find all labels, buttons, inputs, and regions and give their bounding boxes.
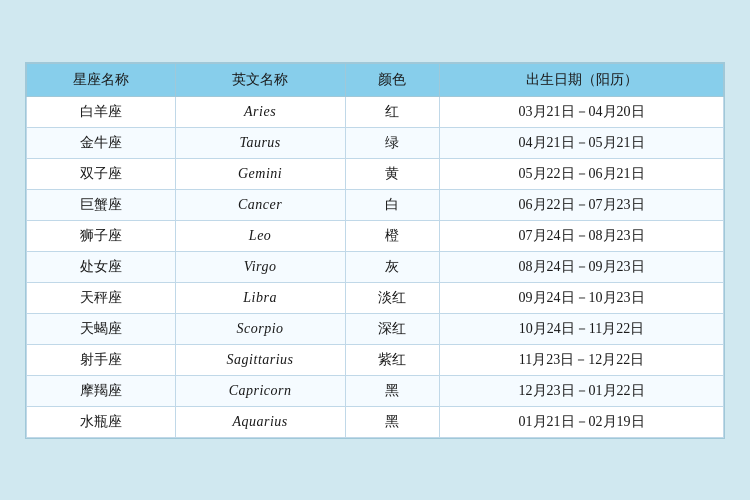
cell-english-name: Gemini xyxy=(175,158,345,189)
cell-dates: 08月24日－09月23日 xyxy=(440,251,724,282)
cell-color: 红 xyxy=(345,96,440,127)
cell-color: 黄 xyxy=(345,158,440,189)
table-header-row: 星座名称 英文名称 颜色 出生日期（阳历） xyxy=(27,63,724,96)
table-row: 处女座Virgo灰08月24日－09月23日 xyxy=(27,251,724,282)
cell-dates: 11月23日－12月22日 xyxy=(440,344,724,375)
cell-dates: 09月24日－10月23日 xyxy=(440,282,724,313)
cell-dates: 10月24日－11月22日 xyxy=(440,313,724,344)
header-chinese-name: 星座名称 xyxy=(27,63,176,96)
cell-chinese-name: 巨蟹座 xyxy=(27,189,176,220)
cell-color: 紫红 xyxy=(345,344,440,375)
cell-color: 黑 xyxy=(345,406,440,437)
cell-chinese-name: 天秤座 xyxy=(27,282,176,313)
table-row: 天秤座Libra淡红09月24日－10月23日 xyxy=(27,282,724,313)
cell-chinese-name: 狮子座 xyxy=(27,220,176,251)
cell-english-name: Virgo xyxy=(175,251,345,282)
cell-english-name: Capricorn xyxy=(175,375,345,406)
zodiac-table-container: 星座名称 英文名称 颜色 出生日期（阳历） 白羊座Aries红03月21日－04… xyxy=(25,62,725,439)
table-row: 摩羯座Capricorn黑12月23日－01月22日 xyxy=(27,375,724,406)
zodiac-table: 星座名称 英文名称 颜色 出生日期（阳历） 白羊座Aries红03月21日－04… xyxy=(26,63,724,438)
cell-english-name: Cancer xyxy=(175,189,345,220)
header-dates: 出生日期（阳历） xyxy=(440,63,724,96)
cell-chinese-name: 水瓶座 xyxy=(27,406,176,437)
header-english-name: 英文名称 xyxy=(175,63,345,96)
table-row: 天蝎座Scorpio深红10月24日－11月22日 xyxy=(27,313,724,344)
cell-chinese-name: 天蝎座 xyxy=(27,313,176,344)
cell-chinese-name: 摩羯座 xyxy=(27,375,176,406)
cell-dates: 03月21日－04月20日 xyxy=(440,96,724,127)
cell-chinese-name: 双子座 xyxy=(27,158,176,189)
cell-english-name: Libra xyxy=(175,282,345,313)
table-row: 狮子座Leo橙07月24日－08月23日 xyxy=(27,220,724,251)
cell-english-name: Aquarius xyxy=(175,406,345,437)
cell-color: 绿 xyxy=(345,127,440,158)
cell-english-name: Leo xyxy=(175,220,345,251)
cell-dates: 01月21日－02月19日 xyxy=(440,406,724,437)
cell-color: 灰 xyxy=(345,251,440,282)
cell-dates: 06月22日－07月23日 xyxy=(440,189,724,220)
table-body: 白羊座Aries红03月21日－04月20日金牛座Taurus绿04月21日－0… xyxy=(27,96,724,437)
cell-english-name: Taurus xyxy=(175,127,345,158)
table-row: 金牛座Taurus绿04月21日－05月21日 xyxy=(27,127,724,158)
cell-english-name: Sagittarius xyxy=(175,344,345,375)
cell-dates: 04月21日－05月21日 xyxy=(440,127,724,158)
header-color: 颜色 xyxy=(345,63,440,96)
cell-color: 白 xyxy=(345,189,440,220)
table-row: 射手座Sagittarius紫红11月23日－12月22日 xyxy=(27,344,724,375)
table-row: 双子座Gemini黄05月22日－06月21日 xyxy=(27,158,724,189)
table-row: 白羊座Aries红03月21日－04月20日 xyxy=(27,96,724,127)
table-row: 水瓶座Aquarius黑01月21日－02月19日 xyxy=(27,406,724,437)
cell-dates: 12月23日－01月22日 xyxy=(440,375,724,406)
cell-english-name: Aries xyxy=(175,96,345,127)
cell-color: 淡红 xyxy=(345,282,440,313)
cell-chinese-name: 金牛座 xyxy=(27,127,176,158)
cell-chinese-name: 射手座 xyxy=(27,344,176,375)
cell-chinese-name: 白羊座 xyxy=(27,96,176,127)
cell-chinese-name: 处女座 xyxy=(27,251,176,282)
cell-dates: 05月22日－06月21日 xyxy=(440,158,724,189)
cell-color: 黑 xyxy=(345,375,440,406)
cell-dates: 07月24日－08月23日 xyxy=(440,220,724,251)
cell-color: 深红 xyxy=(345,313,440,344)
cell-english-name: Scorpio xyxy=(175,313,345,344)
table-row: 巨蟹座Cancer白06月22日－07月23日 xyxy=(27,189,724,220)
cell-color: 橙 xyxy=(345,220,440,251)
